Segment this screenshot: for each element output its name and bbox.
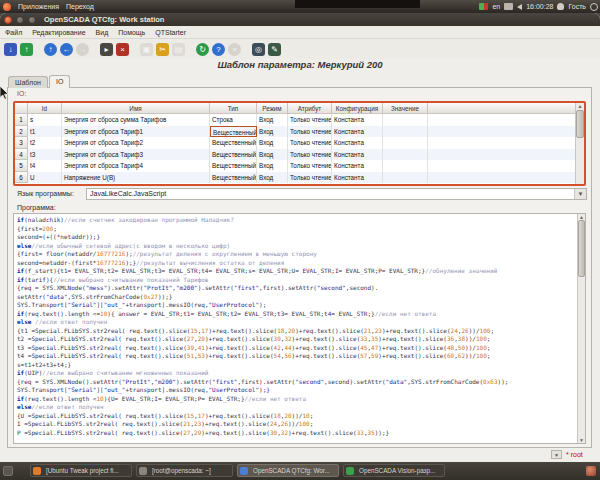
tab-template[interactable]: Шаблон [8, 76, 48, 88]
cell-name[interactable]: Энергия от сброса Тариф1 [62, 126, 210, 138]
cell-mode[interactable]: Вход [257, 172, 288, 184]
chevron-down-icon[interactable]: ▼ [574, 189, 586, 199]
row-header[interactable]: 6 [15, 172, 28, 184]
cut-button[interactable]: ✂ [156, 43, 169, 56]
cell-type[interactable]: Вещественный [210, 160, 257, 172]
row-header[interactable]: 4 [15, 149, 28, 161]
table-row[interactable]: 2t1Энергия от сброса Тариф1ВещественныйВ… [15, 126, 575, 138]
cell-id[interactable]: s [28, 114, 62, 126]
column-header-name[interactable]: Имя [62, 103, 210, 114]
cell-config[interactable]: Константа [332, 172, 383, 184]
about-button[interactable]: ✎ [268, 43, 281, 56]
cell-value[interactable] [383, 149, 428, 161]
cell-type-selected[interactable]: Вещественный [210, 126, 257, 138]
cell-name[interactable]: Энергия от сброса Тариф2 [62, 137, 210, 149]
column-header-config[interactable]: Конфигурация [332, 103, 383, 114]
cell-attr[interactable]: Только чтение [288, 126, 332, 138]
power-icon[interactable] [590, 3, 598, 11]
column-header-value[interactable]: Значение [383, 103, 428, 114]
spin-down-icon[interactable]: ▼ [551, 450, 562, 459]
maximize-button[interactable] [28, 16, 36, 24]
cell-attr[interactable]: Только чтение [288, 114, 332, 126]
cell-id[interactable]: t4 [28, 160, 62, 172]
table-vertical-scrollbar[interactable]: ▲ [575, 103, 584, 184]
cell-name[interactable]: Напряжение U(В) [62, 172, 210, 184]
taskbar-button-0[interactable]: [Ubuntu Tweak project fi... [30, 464, 132, 477]
panel-menu-applications[interactable]: Приложения [18, 3, 59, 10]
row-header[interactable]: 2 [15, 126, 28, 138]
cell-value[interactable] [383, 137, 428, 149]
manual-button[interactable]: ◎ [252, 43, 265, 56]
editor-vertical-scrollbar[interactable]: ▲ ▼ [577, 214, 585, 443]
row-header[interactable]: 1 [15, 114, 28, 126]
cell-mode[interactable]: Вход [257, 137, 288, 149]
taskbar-button-2[interactable]: OpenSCADA QTCfg: Wor... [237, 464, 339, 477]
cell-type[interactable]: Вещественный [210, 137, 257, 149]
table-row[interactable]: 4t3Энергия от сброса Тариф3ВещественныйВ… [15, 149, 575, 161]
start-update-button[interactable]: ? [212, 43, 225, 56]
save-button[interactable]: ↑ [20, 43, 33, 56]
cell-value[interactable] [383, 114, 428, 126]
keyboard-layout-indicator[interactable]: en [492, 3, 500, 10]
cell-config[interactable]: Константа [332, 137, 383, 149]
load-button[interactable]: ↓ [4, 43, 17, 56]
cell-name[interactable]: Энергия от сброса Тариф4 [62, 160, 210, 172]
trash-icon[interactable] [586, 466, 596, 476]
item-delete-button[interactable]: × [116, 43, 129, 56]
cell-attr[interactable]: Только чтение [288, 137, 332, 149]
cell-name[interactable]: Энергия от сброса сумма Тарифов [62, 114, 210, 126]
row-header[interactable]: 3 [15, 137, 28, 149]
cell-type[interactable]: Вещественный [210, 149, 257, 161]
language-combobox[interactable]: JavaLikeCalc.JavaScript ▼ [86, 188, 587, 200]
window-titlebar[interactable]: OpenSCADA QTCfg: Work station [0, 13, 600, 26]
panel-menu-places[interactable]: Переход [66, 3, 94, 10]
cell-name[interactable]: Энергия от сброса Тариф3 [62, 149, 210, 161]
cell-attr[interactable]: Только чтение [288, 172, 332, 184]
menu-item-4[interactable]: QTStarter [150, 29, 191, 36]
cell-mode[interactable]: Вход [257, 114, 288, 126]
table-row[interactable]: 5t4Энергия от сброса Тариф4ВещественныйВ… [15, 160, 575, 172]
battery-icon[interactable] [479, 3, 488, 10]
cell-id[interactable]: t2 [28, 137, 62, 149]
cell-value[interactable] [383, 126, 428, 138]
cell-attr[interactable]: Только чтение [288, 160, 332, 172]
menu-item-2[interactable]: Вид [91, 29, 114, 36]
scroll-handle[interactable] [576, 110, 584, 138]
row-header[interactable]: 5 [15, 160, 28, 172]
cell-config[interactable]: Константа [332, 160, 383, 172]
refresh-button[interactable]: ↻ [196, 43, 209, 56]
cell-config[interactable]: Константа [332, 114, 383, 126]
scroll-down-icon[interactable]: ▼ [579, 437, 584, 443]
cell-mode[interactable]: Вход [257, 126, 288, 138]
column-header-mode[interactable]: Режим [257, 103, 288, 114]
cell-mode[interactable]: Вход [257, 160, 288, 172]
cell-id[interactable]: t3 [28, 149, 62, 161]
window-list-icon[interactable] [3, 466, 13, 476]
cell-type[interactable]: Строка [210, 114, 257, 126]
cell-config[interactable]: Константа [332, 126, 383, 138]
program-code[interactable]: if(naladchik)//если счетчик закодирован … [14, 214, 577, 443]
cell-type[interactable]: Вещественный [210, 172, 257, 184]
session-user[interactable]: Гость [568, 3, 586, 10]
cell-attr[interactable]: Только чтение [288, 149, 332, 161]
table-row[interactable]: 6UНапряжение U(В)ВещественныйВходТолько … [15, 172, 575, 184]
cell-mode[interactable]: Вход [257, 149, 288, 161]
back-button[interactable]: ← [60, 43, 73, 56]
cell-config[interactable]: Константа [332, 149, 383, 161]
column-header-id[interactable]: Id [28, 103, 62, 114]
table-row[interactable]: 3t2Энергия от сброса Тариф2ВещественныйВ… [15, 137, 575, 149]
menu-item-3[interactable]: Помощь [113, 29, 150, 36]
cell-id[interactable]: U [28, 172, 62, 184]
table-row[interactable]: 1sЭнергия от сброса сумма ТарифовСтрокаВ… [15, 114, 575, 126]
scroll-handle[interactable] [578, 220, 585, 277]
menu-item-1[interactable]: Редактирование [27, 29, 90, 36]
volume-icon[interactable] [517, 4, 522, 10]
taskbar-button-1[interactable]: [root@openscada: ~] [136, 464, 233, 477]
cell-value[interactable] [383, 160, 428, 172]
program-editor[interactable]: if(naladchik)//если счетчик закодирован … [13, 213, 586, 444]
clock[interactable]: 16:00:28 [526, 3, 553, 10]
cell-value[interactable] [383, 172, 428, 184]
item-add-button[interactable]: ▸ [100, 43, 113, 56]
up-level-button[interactable]: ↑ [44, 43, 57, 56]
scroll-up-icon[interactable]: ▲ [578, 103, 583, 109]
